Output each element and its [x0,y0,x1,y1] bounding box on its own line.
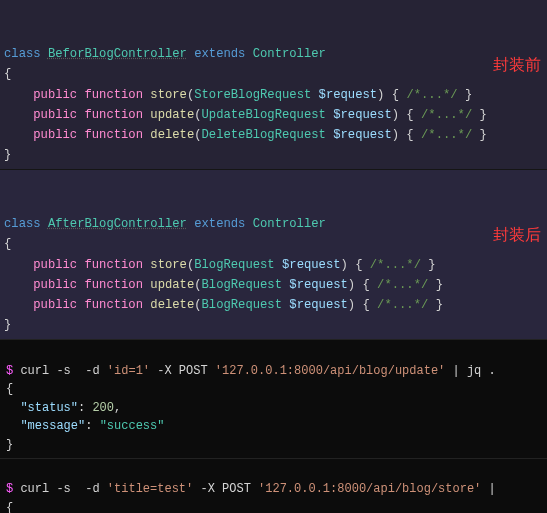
keyword-public: public [33,88,77,102]
keyword-function: function [84,108,143,122]
comment: /*...*/ [421,128,472,142]
keyword-public: public [33,108,77,122]
cmd-seg: -s -d [49,482,107,496]
class-name-after: AfterBlogController [48,217,187,231]
annotation-before: 封装前 [493,52,541,78]
cmd-seg: curl [20,482,49,496]
method-name: delete [150,298,194,312]
cmd-seg: curl [20,364,49,378]
param-var: $request [289,278,348,292]
param-type: BlogRequest [202,278,282,292]
comment: /*...*/ [377,278,428,292]
cmd-seg: | [445,364,467,378]
keyword-function: function [84,298,143,312]
param-var: $request [333,108,392,122]
cmd-seg: '127.0.0.1:8000/api/blog/update' [215,364,445,378]
parent-class: Controller [253,217,326,231]
keyword-function: function [84,88,143,102]
method-name: update [150,278,194,292]
keyword-public: public [33,128,77,142]
cmd-seg: -X POST [150,364,215,378]
code-block-before: 封装前 class BeforBlogController extends Co… [0,0,547,169]
parent-class: Controller [253,47,326,61]
param-var: $request [282,258,341,272]
method-name: store [150,88,187,102]
keyword-function: function [84,258,143,272]
terminal-row: $ curl -s -d 'id=1' -X POST '127.0.0.1:8… [0,339,547,458]
param-type: DeleteBlogRequest [202,128,326,142]
method-name: delete [150,128,194,142]
comment: /*...*/ [421,108,472,122]
code-block-after: 封装后 class AfterBlogController extends Co… [0,169,547,339]
cmd-seg: -s -d [49,364,107,378]
param-type: BlogRequest [194,258,274,272]
keyword-function: function [84,128,143,142]
cmd-seg: 'title=test' [107,482,193,496]
json-key: "status" [20,401,78,415]
keyword-extends: extends [194,47,245,61]
cmd-seg: | [481,482,503,496]
keyword-public: public [33,258,77,272]
param-type: UpdateBlogRequest [202,108,326,122]
cmd-seg: 'id=1' [107,364,150,378]
class-name-before: BeforBlogController [48,47,187,61]
method-name: update [150,108,194,122]
terminal-row: $ curl -s -d 'title=test' -X POST '127.0… [0,458,547,513]
keyword-extends: extends [194,217,245,231]
comment: /*...*/ [406,88,457,102]
param-var: $request [319,88,378,102]
param-type: BlogRequest [202,298,282,312]
annotation-after: 封装后 [493,222,541,248]
json-key: "message" [20,419,85,433]
json-value: "success" [100,419,165,433]
method-name: store [150,258,187,272]
prompt-symbol: $ [6,364,13,378]
cmd-seg: jq . [467,364,496,378]
keyword-function: function [84,278,143,292]
cmd-seg: '127.0.0.1:8000/api/blog/store' [258,482,481,496]
keyword-class: class [4,217,41,231]
param-type: StoreBlogRequest [194,88,311,102]
cmd-seg: -X POST [193,482,258,496]
param-var: $request [289,298,348,312]
param-var: $request [333,128,392,142]
comment: /*...*/ [377,298,428,312]
keyword-public: public [33,278,77,292]
json-value: 200 [92,401,114,415]
keyword-public: public [33,298,77,312]
keyword-class: class [4,47,41,61]
prompt-symbol: $ [6,482,13,496]
comment: /*...*/ [370,258,421,272]
